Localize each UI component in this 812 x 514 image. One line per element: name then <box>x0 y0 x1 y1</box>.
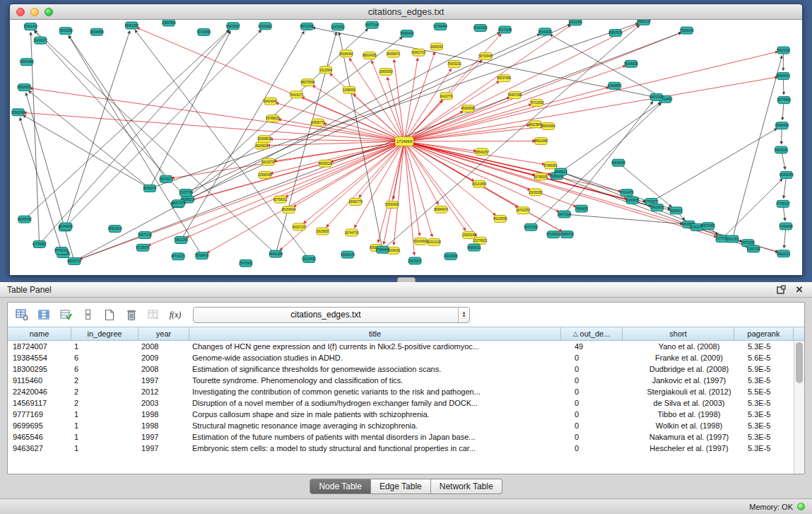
table-row[interactable]: 1830029562008Estimation of significance … <box>8 363 804 375</box>
cell-out_degree[interactable]: 0 <box>572 431 633 443</box>
network-node[interactable]: 59497396 <box>507 92 522 99</box>
table-row[interactable]: 977716911998Corpus callosum shape and si… <box>8 409 804 420</box>
network-edge[interactable] <box>20 117 61 250</box>
cell-short[interactable]: Wolkin et al. (1998) <box>633 420 745 431</box>
network-node[interactable]: 33401426 <box>23 23 38 30</box>
cell-short[interactable]: Tibbo et al. (1998) <box>633 409 745 420</box>
network-node[interactable]: 4848624 <box>555 168 567 175</box>
cell-year[interactable]: 1997 <box>139 443 189 454</box>
cell-year[interactable]: 2009 <box>139 352 189 363</box>
cell-short[interactable]: Jankovic et al. (1997) <box>633 375 745 386</box>
cell-short[interactable]: Yano et al. (2008) <box>633 341 745 352</box>
cell-year[interactable]: 2008 <box>139 341 189 352</box>
cell-name[interactable]: 14569117 <box>8 397 71 409</box>
network-node[interactable]: 86159904 <box>281 206 296 214</box>
network-node[interactable]: 10650550 <box>379 69 394 76</box>
cell-year[interactable]: 1998 <box>139 409 189 420</box>
network-node[interactable]: 36654964 <box>541 123 556 130</box>
table-row[interactable]: 1456911722003Disruption of a novel membe… <box>8 397 804 409</box>
cell-title[interactable]: Structural magnetic resonance image aver… <box>189 420 572 431</box>
table-scrollbar[interactable] <box>794 341 804 474</box>
network-node[interactable]: 54477235 <box>138 232 153 239</box>
cell-year[interactable]: 1997 <box>139 431 189 443</box>
network-edge[interactable] <box>732 56 782 239</box>
table-row[interactable]: 969969511998Structural magnetic resonanc… <box>8 420 804 431</box>
network-node[interactable]: 58384419 <box>776 73 791 80</box>
cell-short[interactable]: de Silva et al. (2003) <box>633 397 745 409</box>
network-edge[interactable] <box>349 59 404 141</box>
network-node[interactable]: 26370072 <box>408 257 423 264</box>
network-edge[interactable] <box>404 81 499 141</box>
network-node[interactable]: 10157788 <box>179 189 194 197</box>
network-node[interactable]: 88265714 <box>67 257 82 264</box>
cell-out_degree[interactable]: 0 <box>572 352 633 363</box>
network-node[interactable]: 34207237 <box>292 223 307 230</box>
network-node[interactable]: 70621192 <box>777 47 791 54</box>
network-node[interactable]: 85626655 <box>17 84 32 91</box>
cell-out_degree[interactable]: 0 <box>572 420 633 431</box>
network-edge[interactable] <box>326 141 404 227</box>
network-node[interactable]: 41808853 <box>607 82 622 89</box>
network-edge[interactable] <box>276 33 336 255</box>
network-node[interactable]: 30758312 <box>273 196 288 203</box>
network-edge[interactable] <box>150 23 638 189</box>
network-node[interactable]: 13929164 <box>461 232 476 239</box>
network-node[interactable]: 48432925 <box>649 93 664 100</box>
network-node[interactable]: 6021253 <box>726 235 739 243</box>
network-node[interactable]: 83829367 <box>226 23 241 30</box>
network-node[interactable]: 50311128 <box>427 239 441 246</box>
cell-in_degree[interactable]: 1 <box>71 431 139 443</box>
cell-name[interactable]: 9465546 <box>8 431 71 443</box>
network-node[interactable]: 50308537 <box>257 136 272 143</box>
network-node[interactable]: 16073271 <box>159 175 174 182</box>
tab-edge-table[interactable]: Edge Table <box>371 479 431 494</box>
network-node[interactable]: 18742353 <box>516 207 531 214</box>
network-node[interactable]: 65762315 <box>54 247 69 255</box>
cell-title[interactable]: Estimation of significance thresholds fo… <box>189 363 572 375</box>
network-node[interactable]: 56700645 <box>478 53 493 60</box>
cell-name[interactable]: 18300295 <box>8 363 71 375</box>
network-edge[interactable] <box>178 37 403 204</box>
network-node[interactable]: 69638080 <box>611 159 626 166</box>
network-canvas[interactable]: 1724069889216853749695150799303150353521… <box>10 20 802 275</box>
network-edge[interactable] <box>35 30 276 254</box>
network-node[interactable]: 43926822 <box>258 23 273 30</box>
network-node[interactable]: 20436971 <box>33 37 48 44</box>
network-node[interactable]: 90537456 <box>497 75 512 82</box>
network-node[interactable]: 49620311 <box>777 250 791 257</box>
show-hide-columns-icon[interactable] <box>35 306 52 323</box>
cell-in_degree[interactable]: 1 <box>71 420 139 431</box>
import-table-icon[interactable] <box>145 306 162 323</box>
network-edge[interactable] <box>404 125 529 141</box>
network-node[interactable]: 63266079 <box>341 251 355 258</box>
network-node[interactable]: 75712500 <box>530 99 545 106</box>
cell-year[interactable]: 2012 <box>139 386 189 397</box>
network-edge[interactable] <box>564 102 652 214</box>
column-header-short[interactable]: short <box>623 327 734 341</box>
cell-title[interactable]: Embryonic stem cells: a model to study s… <box>189 443 572 454</box>
network-node[interactable]: 86984974 <box>434 206 449 213</box>
network-node[interactable]: 63562945 <box>11 109 26 116</box>
network-node[interactable]: 29567633 <box>608 30 623 37</box>
network-node[interactable]: 40506770 <box>311 119 326 126</box>
column-header-in_degree[interactable]: in_degree <box>71 327 139 341</box>
cell-short[interactable]: Franke et al. (2009) <box>633 352 745 363</box>
network-node[interactable]: 1838333 <box>430 43 443 50</box>
network-node[interactable]: 88924055 <box>363 52 377 59</box>
cell-out_degree[interactable]: 0 <box>572 443 633 454</box>
network-node[interactable]: 46623849 <box>528 121 543 128</box>
cell-in_degree[interactable]: 2 <box>71 375 139 386</box>
cell-short[interactable]: Hescheler et al. (1997) <box>633 443 745 454</box>
network-node[interactable]: 76003201 <box>447 61 462 68</box>
network-node[interactable]: 7996605 <box>575 205 588 212</box>
network-node[interactable]: 47614476 <box>620 189 635 197</box>
network-edge[interactable] <box>69 36 202 256</box>
network-node[interactable]: 65006259 <box>779 172 794 179</box>
cell-out_degree[interactable]: 49 <box>572 341 633 352</box>
column-header-name[interactable]: name <box>8 327 71 341</box>
close-window-button[interactable] <box>16 8 25 16</box>
cell-out_degree[interactable]: 0 <box>572 363 633 375</box>
network-node[interactable]: 48453295 <box>124 22 139 29</box>
network-node[interactable]: 80577144 <box>365 21 379 28</box>
network-node[interactable]: 76416171 <box>290 91 305 98</box>
